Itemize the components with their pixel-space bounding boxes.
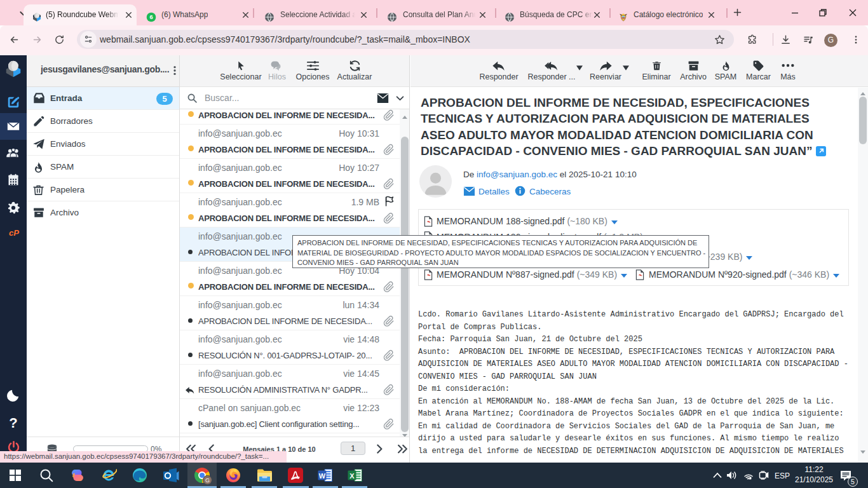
- svg-text:W: W: [319, 472, 326, 480]
- svg-text:6: 6: [149, 14, 153, 20]
- svg-text:X: X: [349, 472, 355, 480]
